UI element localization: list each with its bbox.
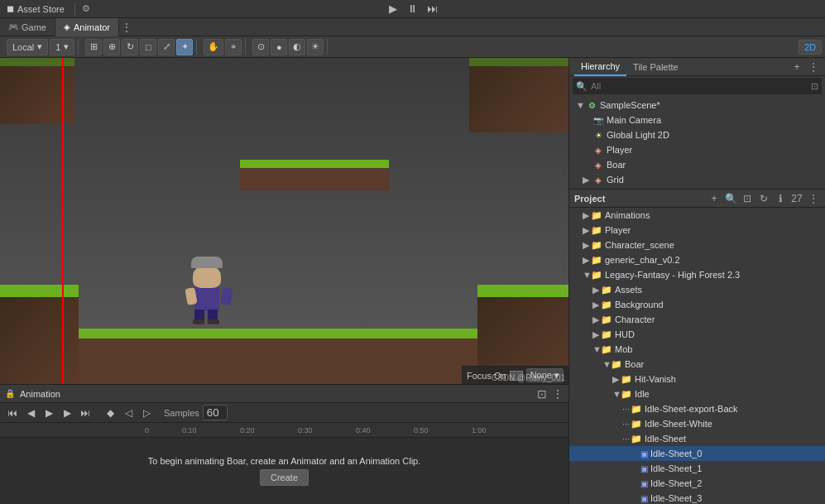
- project-search-btn[interactable]: 🔍: [724, 192, 737, 205]
- toolbar: Local ▾ 1 ▾ ⊞ ⊕ ↻ □ ⤢ ✦ ✋ ⌖ ⊙ ● ◐ ☀ 2D: [0, 36, 825, 58]
- anim-options-btn[interactable]: ⋮: [552, 387, 564, 401]
- asset-store-label: Asset Store: [17, 4, 65, 14]
- move-tool-btn[interactable]: ⊕: [103, 39, 120, 55]
- legacy-fantasy-arrow: ▼: [583, 270, 591, 280]
- settings-icon[interactable]: ⚙: [79, 3, 94, 14]
- project-item-hud[interactable]: ▶ 📁 HUD: [569, 327, 825, 342]
- idle-sheet-0-label: Idle-Sheet_0: [650, 449, 702, 458]
- skybox-btn[interactable]: ⊙: [252, 39, 269, 55]
- local-dropdown[interactable]: Local ▾: [7, 39, 48, 55]
- tree-item-boar[interactable]: ◈ Boar: [569, 157, 825, 172]
- tree-item-maincamera[interactable]: 📷 Main Camera: [569, 113, 825, 127]
- sun-btn[interactable]: ☀: [307, 39, 324, 55]
- tree-item-grid[interactable]: ▶ ◈ Grid: [569, 172, 825, 187]
- pause-button[interactable]: ⏸: [405, 2, 420, 17]
- fx-btn[interactable]: ●: [271, 39, 287, 55]
- search-icon: 🔍: [576, 81, 588, 92]
- project-add-btn[interactable]: +: [707, 192, 721, 205]
- tab-tile-palette[interactable]: Tile Palette: [626, 58, 685, 76]
- project-item-idle-white[interactable]: ··· 📁 Idle-Sheet-White: [569, 416, 825, 431]
- multi-tool-btn[interactable]: ✦: [176, 39, 193, 55]
- project-item-assets[interactable]: ▶ 📁 Assets: [569, 282, 825, 297]
- tick-10: 0:10: [182, 426, 197, 434]
- project-item-idle-folder[interactable]: ▼ 📁 Idle: [569, 386, 825, 401]
- idle-sheet-0-icon: ▣: [640, 449, 648, 458]
- anim-more-btn[interactable]: ⊡: [537, 387, 547, 401]
- project-filter-btn[interactable]: ⊡: [741, 192, 754, 205]
- anim-prev-btn[interactable]: ◀: [23, 406, 38, 420]
- project-item-background[interactable]: ▶ 📁 Background: [569, 297, 825, 312]
- idle-folder-arrow: ▼: [612, 389, 621, 399]
- samples-input[interactable]: [203, 405, 228, 420]
- project-item-idle-sheet-0[interactable]: ▣ Idle-Sheet_0: [569, 446, 825, 461]
- light-btn[interactable]: ◐: [289, 39, 305, 55]
- anim-next-btn[interactable]: ▶: [60, 406, 74, 420]
- hierarchy-panel: Hierarchy Tile Palette + ⋮ 🔍 ⊡: [569, 58, 825, 190]
- two-d-button[interactable]: 2D: [799, 40, 822, 55]
- hierarchy-add-btn[interactable]: +: [790, 60, 803, 74]
- project-item-animations[interactable]: ▶ 📁 Animations: [569, 208, 825, 223]
- project-item-idle-sheet-3[interactable]: ▣ Idle-Sheet_3: [569, 491, 825, 504]
- tab-hierarchy[interactable]: Hierarchy: [574, 58, 626, 76]
- tree-item-samplescene[interactable]: ▼ ⚙ SampleScene*: [569, 98, 825, 113]
- light-icon: ☀: [592, 129, 604, 141]
- tree-item-globallight[interactable]: ☀ Global Light 2D: [569, 127, 825, 142]
- hand-tool-btn[interactable]: ✋: [204, 39, 223, 55]
- step-button[interactable]: ⏭: [425, 2, 440, 17]
- anim-keyframe-btn[interactable]: ◆: [103, 406, 118, 420]
- project-item-player[interactable]: ▶ 📁 Player: [569, 223, 825, 238]
- hit-vanish-icon: 📁: [621, 374, 632, 385]
- scene-canvas[interactable]: Focus On None ▾ CSDN @Rainy_001: [0, 58, 568, 384]
- project-item-idle-sheet[interactable]: ··· 📁 Idle-Sheet: [569, 431, 825, 446]
- char-scene-label: Character_scene: [605, 240, 674, 250]
- create-button[interactable]: Create: [260, 469, 309, 486]
- idle-sheet-icon: 📁: [631, 434, 642, 444]
- grid-tool-btn[interactable]: ⊞: [85, 39, 102, 55]
- tab-more-button[interactable]: ⋮: [121, 21, 132, 34]
- maincamera-label: Main Camera: [607, 115, 661, 125]
- animation-header: 🔒 Animation ⊡ ⋮: [0, 385, 568, 403]
- anim-header-right: ⊡ ⋮: [535, 387, 564, 401]
- project-item-legacy-fantasy[interactable]: ▼ 📁 Legacy-Fantasy - High Forest 2.3: [569, 267, 825, 282]
- game-tab-label: Game: [22, 22, 46, 32]
- hud-arrow: ▶: [592, 329, 601, 340]
- project-refresh-btn[interactable]: ↻: [757, 192, 770, 205]
- samplescene-label: SampleScene*: [600, 100, 660, 110]
- project-item-boar-folder[interactable]: ▼ 📁 Boar: [569, 357, 825, 372]
- play-button[interactable]: ▶: [386, 2, 401, 17]
- hierarchy-search-input[interactable]: [591, 81, 808, 91]
- hierarchy-filter-btn[interactable]: ⊡: [811, 81, 818, 92]
- tab-game[interactable]: 🎮 Game: [0, 18, 55, 36]
- boar-icon: ◈: [592, 159, 604, 170]
- anim-forward-btn[interactable]: ⏭: [78, 406, 93, 420]
- project-item-character[interactable]: ▶ 📁 Character: [569, 312, 825, 327]
- project-more-btn[interactable]: ⋮: [807, 192, 820, 205]
- project-info-btn[interactable]: ℹ: [774, 192, 787, 205]
- local-label: Local: [12, 42, 34, 52]
- tick-20: 0:20: [240, 426, 255, 434]
- project-item-hit-vanish[interactable]: ▶ 📁 Hit-Vanish: [569, 372, 825, 386]
- project-item-idle-back[interactable]: ··· 📁 Idle-Sheet-export-Back: [569, 401, 825, 416]
- scale-tool-btn[interactable]: □: [140, 39, 156, 55]
- pivot-dropdown[interactable]: 1 ▾: [50, 39, 74, 55]
- rect-tool-btn[interactable]: ⤢: [158, 39, 175, 55]
- project-item-mob[interactable]: ▼ 📁 Mob: [569, 342, 825, 357]
- asset-store-tab[interactable]: ◼ Asset Store: [0, 3, 71, 14]
- hit-vanish-label: Hit-Vanish: [635, 374, 676, 384]
- tree-item-player[interactable]: ◈ Player: [569, 142, 825, 157]
- player-folder-arrow: ▶: [583, 225, 591, 236]
- anim-prev-key-btn[interactable]: ◁: [121, 406, 136, 420]
- project-item-idle-sheet-2[interactable]: ▣ Idle-Sheet_2: [569, 476, 825, 491]
- rotate-tool-btn[interactable]: ↻: [122, 39, 138, 55]
- project-item-character-scene[interactable]: ▶ 📁 Character_scene: [569, 238, 825, 252]
- anim-play-btn[interactable]: ▶: [41, 406, 56, 420]
- anim-next-key-btn[interactable]: ▷: [139, 406, 154, 420]
- snap-btn[interactable]: ⌖: [225, 39, 242, 55]
- project-item-generic-char[interactable]: ▶ 📁 generic_char_v0.2: [569, 252, 825, 267]
- tab-animator[interactable]: ◈ Animator: [55, 18, 119, 36]
- hierarchy-more-btn[interactable]: ⋮: [807, 60, 820, 74]
- anim-rewind-btn[interactable]: ⏮: [5, 406, 20, 420]
- project-item-idle-sheet-1[interactable]: ▣ Idle-Sheet_1: [569, 461, 825, 476]
- animator-tab-label: Animator: [74, 22, 110, 32]
- idle-back-arrow: ···: [622, 404, 631, 414]
